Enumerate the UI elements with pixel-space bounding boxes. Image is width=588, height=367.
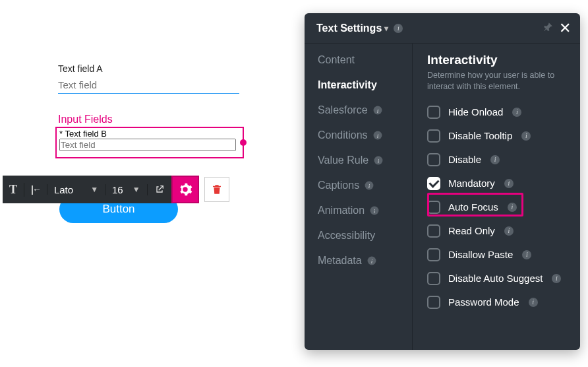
sidebar-item-label: Interactivity <box>318 79 377 91</box>
font-size-value: 16 <box>112 184 123 195</box>
option-disable-tooltip: Disable Tooltipi <box>427 125 568 147</box>
settings-button[interactable] <box>171 176 199 203</box>
info-icon[interactable]: i <box>504 226 514 236</box>
chevron-down-icon: ▾ <box>384 24 388 33</box>
checkbox[interactable] <box>427 201 440 214</box>
sidebar-item-label: Content <box>318 54 355 66</box>
option-disallow-paste: Disallow Pastei <box>427 244 568 265</box>
sidebar-item-animation[interactable]: Animationi <box>318 205 412 217</box>
option-label[interactable]: Hide Onload <box>448 106 503 117</box>
sidebar-item-label: Value Rule <box>318 154 368 166</box>
element-toolbar: T |← Lato ▼ 16 ▼ <box>3 176 229 203</box>
field-text-a: Text field A <box>58 63 239 94</box>
sidebar-item-metadata[interactable]: Metadatai <box>318 255 412 267</box>
panel-header: Text Settings ▾ i ✕ <box>305 13 580 44</box>
option-label[interactable]: Disable Auto Suggest <box>448 273 543 284</box>
delete-button[interactable] <box>204 177 229 202</box>
font-family-value: Lato <box>54 184 73 195</box>
info-icon[interactable]: i <box>373 106 382 115</box>
info-icon[interactable]: i <box>504 179 514 188</box>
font-size-select[interactable]: 16 ▼ <box>112 184 140 195</box>
font-family-select[interactable]: Lato ▼ <box>54 184 98 195</box>
option-label[interactable]: Mandatory <box>448 178 495 189</box>
field-b-input[interactable] <box>59 139 236 151</box>
section-title: Interactivity <box>427 53 568 67</box>
info-icon[interactable]: i <box>522 250 531 259</box>
option-password-mode: Password Modei <box>427 292 568 313</box>
info-icon[interactable]: i <box>508 203 517 212</box>
checkbox[interactable] <box>427 177 440 190</box>
info-icon[interactable]: i <box>490 155 500 164</box>
sidebar-item-label: Accessibility <box>318 230 375 242</box>
option-label[interactable]: Auto Focus <box>448 201 498 213</box>
info-icon[interactable]: i <box>365 182 374 190</box>
trash-icon <box>211 184 223 195</box>
info-icon[interactable]: i <box>394 24 403 33</box>
field-a-input[interactable] <box>58 77 239 94</box>
option-hide-onload: Hide Onloadi <box>427 102 568 123</box>
sidebar-item-label: Conditions <box>318 129 368 141</box>
text-style-icon[interactable]: T <box>9 183 17 197</box>
gear-icon <box>178 182 192 197</box>
checkbox[interactable] <box>427 106 440 119</box>
info-icon[interactable]: i <box>370 207 379 215</box>
open-external-icon[interactable] <box>154 184 165 195</box>
sidebar-item-label: Salesforce <box>318 104 368 116</box>
info-icon[interactable]: i <box>521 131 531 141</box>
option-label[interactable]: Disallow Paste <box>448 249 513 260</box>
option-label[interactable]: Disable <box>448 154 481 165</box>
panel-title: Text Settings <box>316 22 382 34</box>
sidebar-item-label: Metadata <box>318 255 362 267</box>
field-a-label: Text field A <box>58 63 239 74</box>
panel-side-nav: ContentInteractivitySalesforceiCondition… <box>305 44 413 350</box>
option-mandatory: Mandatoryi <box>427 173 568 194</box>
info-icon[interactable]: i <box>512 108 521 117</box>
chevron-down-icon: ▼ <box>90 185 98 194</box>
group-label-input-fields: Input Fields <box>58 114 113 125</box>
sidebar-item-content[interactable]: Content <box>318 54 412 66</box>
option-read-only: Read Onlyi <box>427 220 568 242</box>
checkbox[interactable] <box>427 129 440 143</box>
info-icon[interactable]: i <box>373 131 382 140</box>
panel-title-dropdown[interactable]: Text Settings ▾ <box>316 22 388 34</box>
sidebar-item-salesforce[interactable]: Salesforcei <box>318 104 412 116</box>
field-b-label: * Text field B <box>57 128 243 139</box>
chevron-down-icon: ▼ <box>132 185 140 194</box>
close-button[interactable]: ✕ <box>559 21 571 36</box>
sidebar-item-conditions[interactable]: Conditionsi <box>318 129 412 141</box>
option-label[interactable]: Password Mode <box>448 296 519 308</box>
settings-panel: Text Settings ▾ i ✕ ContentInteractivity… <box>305 13 580 350</box>
indent-icon[interactable]: |← <box>31 184 40 195</box>
sidebar-item-label: Captions <box>318 180 359 191</box>
option-auto-focus: Auto Focusi <box>427 197 568 218</box>
section-description: Determine how your user is able to inter… <box>427 70 568 92</box>
sidebar-item-captions[interactable]: Captionsi <box>318 180 412 191</box>
checkbox[interactable] <box>427 248 440 261</box>
checkbox[interactable] <box>427 224 440 238</box>
pin-icon[interactable] <box>543 22 554 35</box>
info-icon[interactable]: i <box>552 274 561 283</box>
sidebar-item-value-rule[interactable]: Value Rulei <box>318 154 412 166</box>
option-label[interactable]: Disable Tooltip <box>448 130 512 141</box>
option-label[interactable]: Read Only <box>448 225 495 236</box>
sidebar-item-interactivity[interactable]: Interactivity <box>318 79 412 91</box>
option-disable-auto-suggest: Disable Auto Suggesti <box>427 268 568 289</box>
sidebar-item-accessibility[interactable]: Accessibility <box>318 230 412 242</box>
checkbox[interactable] <box>427 296 440 309</box>
info-icon[interactable]: i <box>529 298 538 307</box>
checkbox[interactable] <box>427 153 440 166</box>
panel-content: Interactivity Determine how your user is… <box>413 44 580 350</box>
info-icon[interactable]: i <box>374 156 383 165</box>
option-disable: Disablei <box>427 149 568 170</box>
field-text-b-selected[interactable]: * Text field B <box>55 127 244 158</box>
checkbox[interactable] <box>427 272 440 285</box>
sidebar-item-label: Animation <box>318 205 365 217</box>
info-icon[interactable]: i <box>367 257 376 265</box>
